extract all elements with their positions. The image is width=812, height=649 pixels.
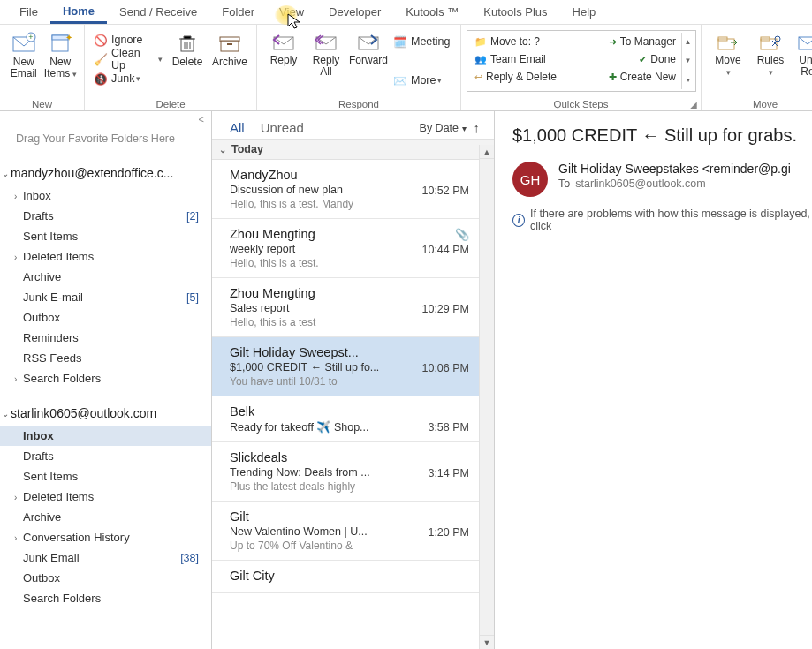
reading-subject: $1,000 CREDIT ← Still up for grabs.	[512, 125, 812, 146]
group-label-delete: Delete	[90, 99, 251, 109]
recipient-line: Tostarlink0605@outlook.com	[558, 177, 791, 190]
collapse-pane-icon[interactable]: <	[199, 114, 204, 125]
svg-rect-7	[221, 41, 239, 51]
list-section-today[interactable]: ⌄ Today	[212, 139, 494, 160]
filter-unread[interactable]: Unread	[261, 120, 304, 135]
new-email-button[interactable]: + New Email	[5, 26, 42, 79]
message-item[interactable]: BelkReady for takeoff ✈️ Shop...3:58 PM	[212, 396, 494, 442]
cleanup-button[interactable]: 🧹Clean Up▾	[90, 49, 166, 69]
folder-reminders[interactable]: Reminders	[0, 328, 211, 348]
gallery-up-icon[interactable]: ▲	[682, 33, 694, 51]
scroll-down-icon[interactable]: ▼	[480, 635, 494, 649]
tab-view[interactable]: View	[267, 2, 316, 22]
folder-sent-items[interactable]: Sent Items	[0, 466, 211, 487]
ribbon: + New Email ✦ New Items ▾ New 🚫Ignore 🧹C…	[0, 25, 812, 111]
tab-kutools-[interactable]: Kutools ™	[393, 2, 471, 22]
folder-deleted-items[interactable]: ›Deleted Items	[0, 246, 211, 267]
folder-outbox[interactable]: Outbox	[0, 307, 211, 328]
favorites-placeholder[interactable]: Drag Your Favorite Folders Here	[0, 117, 211, 161]
sort-button[interactable]: By Date ▾	[420, 122, 467, 134]
rules-button[interactable]: Rules▾	[749, 26, 792, 79]
attachment-icon: 📎	[455, 228, 469, 241]
forward-button[interactable]: Forward	[347, 26, 390, 66]
sender-name: Gilt Holiday Sweepstakes <reminder@p.gi	[558, 162, 791, 176]
scroll-up-icon[interactable]: ▲	[480, 145, 494, 159]
message-item[interactable]: Gilt Holiday Sweepst...$1,000 CREDIT ← S…	[212, 337, 494, 396]
quickstep-icon: ➜	[609, 36, 617, 48]
svg-text:+: +	[28, 33, 33, 42]
chevron-down-icon: ▾	[462, 124, 467, 133]
meeting-button[interactable]: 🗓️Meeting	[390, 32, 455, 51]
message-item[interactable]: Gilt City	[212, 561, 494, 593]
message-list-pane: AllUnread By Date ▾ ↑ ⌄ Today MandyZhouD…	[212, 111, 495, 649]
folder-rss-feeds[interactable]: RSS Feeds	[0, 348, 211, 368]
message-item[interactable]: Zhou MengtingSales reportHello, this is …	[212, 278, 494, 337]
gallery-down-icon[interactable]: ▼	[682, 51, 694, 70]
quickstep-icon: 👥	[474, 54, 487, 65]
tab-kutools-plus[interactable]: Kutools Plus	[471, 2, 559, 22]
more-respond-button[interactable]: ✉️More▾	[390, 71, 455, 90]
tab-home[interactable]: Home	[50, 1, 107, 24]
message-time: 10:29 PM	[421, 303, 469, 315]
quickstep-item[interactable]: 📁Move to: ?	[471, 33, 543, 50]
folder-junk-e-mail[interactable]: Junk E-mail[5]	[0, 287, 211, 307]
quickstep-item[interactable]: ✚Create New	[605, 68, 679, 86]
quickstep-icon: ✚	[609, 72, 617, 83]
tab-developer[interactable]: Developer	[316, 2, 393, 22]
folder-outbox[interactable]: Outbox	[0, 568, 211, 588]
message-preview: Hello, this is a test.	[230, 257, 433, 269]
message-preview: Hello, this is a test	[230, 316, 433, 328]
folder-junk-email[interactable]: Junk Email[38]	[0, 547, 211, 568]
folder-deleted-items[interactable]: ›Deleted Items	[0, 487, 211, 507]
junk-button[interactable]: 🚯Junk▾	[90, 69, 166, 88]
folder-drafts[interactable]: Drafts[2]	[0, 206, 211, 226]
folder-conversation-history[interactable]: ›Conversation History	[0, 527, 211, 547]
archive-button[interactable]: Archive	[209, 26, 251, 68]
unread-button[interactable]: Unr Re	[792, 26, 812, 78]
quickstep-item[interactable]: ✔Done	[635, 50, 679, 68]
account-header[interactable]: ⌄mandyzhou@extendoffice.c...	[0, 161, 211, 185]
message-subject: Sales report	[230, 302, 406, 314]
message-item[interactable]: MandyZhouDiscussion of new planHello, th…	[212, 160, 494, 219]
account-header[interactable]: ⌄starlink0605@outlook.com	[0, 401, 211, 426]
tab-file[interactable]: File	[7, 2, 50, 22]
quick-steps-gallery[interactable]: 📁Move to: ?➜To Manager👥Team Email✔Done↩R…	[467, 30, 696, 92]
tab-folder[interactable]: Folder	[209, 2, 267, 22]
folder-drafts[interactable]: Drafts	[0, 446, 211, 466]
tab-send-receive[interactable]: Send / Receive	[107, 2, 209, 22]
folder-inbox[interactable]: ›Inbox	[0, 185, 211, 206]
gallery-more-icon[interactable]: ▾	[682, 71, 694, 89]
message-subject: Discussion of new plan	[230, 184, 406, 196]
folder-sent-items[interactable]: Sent Items	[0, 226, 211, 246]
new-items-button[interactable]: ✦ New Items ▾	[42, 26, 80, 80]
reply-all-button[interactable]: Reply All	[305, 26, 347, 78]
quickstep-item[interactable]: ↩Reply & Delete	[471, 68, 560, 86]
message-item[interactable]: GiltNew Valentino Women | U...Up to 70% …	[212, 502, 494, 561]
group-label-quicksteps: Quick Steps	[467, 99, 695, 109]
folder-archive[interactable]: Archive	[0, 507, 211, 527]
sort-direction-button[interactable]: ↑	[474, 120, 481, 135]
move-button[interactable]: Move▾	[707, 26, 749, 79]
reply-button[interactable]: Reply	[262, 26, 305, 66]
forward-icon: ✉️	[393, 73, 407, 87]
message-from: Slickdeals	[230, 450, 469, 464]
quickstep-item[interactable]: 👥Team Email	[471, 50, 550, 68]
folder-inbox[interactable]: Inbox	[0, 426, 211, 446]
folder-search-folders[interactable]: Search Folders	[0, 588, 211, 608]
filter-all[interactable]: All	[230, 120, 245, 140]
list-scrollbar[interactable]: ▲ ▼	[479, 145, 494, 649]
message-item[interactable]: 📎Zhou Mengtingweekly reportHello, this i…	[212, 219, 494, 278]
display-warning-bar[interactable]: i If there are problems with how this me…	[512, 208, 812, 232]
message-from: Gilt City	[230, 569, 469, 583]
delete-button[interactable]: Delete	[166, 26, 209, 68]
quicksteps-launcher-icon[interactable]: ◢	[690, 100, 697, 109]
message-item[interactable]: SlickdealsTrending Now: Deals from ...Pl…	[212, 442, 494, 502]
broom-icon: 🧹	[94, 52, 108, 66]
tab-help[interactable]: Help	[560, 2, 609, 22]
ribbon-tabs: FileHomeSend / ReceiveFolderViewDevelope…	[0, 0, 812, 25]
message-subject: Ready for takeoff ✈️ Shop...	[230, 420, 406, 434]
quickstep-item[interactable]: ➜To Manager	[605, 33, 679, 50]
folder-search-folders[interactable]: ›Search Folders	[0, 368, 211, 389]
meeting-icon: 🗓️	[393, 34, 407, 49]
folder-archive[interactable]: Archive	[0, 267, 211, 287]
